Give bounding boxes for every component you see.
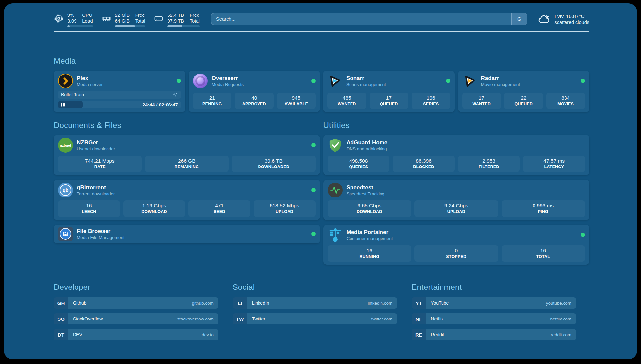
social-section-title: Social bbox=[233, 283, 397, 292]
cpu-load-value: 3.09 bbox=[67, 18, 76, 24]
stat-label: BLOCKED bbox=[394, 164, 453, 169]
sonarr-subtitle: Series management bbox=[346, 82, 386, 87]
stat-tile: 22 QUEUED bbox=[504, 93, 543, 109]
stat-value: 485 bbox=[329, 95, 365, 101]
stat-label: APPROVED bbox=[236, 101, 272, 106]
adguard-card[interactable]: AdGuard Home DNS and adblocking 498,508 … bbox=[323, 135, 590, 175]
disk-free: 52.4 TB bbox=[167, 13, 184, 18]
plex-card[interactable]: Plex Media server Bullet Train bbox=[54, 71, 185, 112]
link-abbr: LI bbox=[233, 297, 247, 309]
portainer-title: Media Portainer bbox=[347, 229, 393, 236]
link-abbr: YT bbox=[412, 297, 426, 309]
speedtest-card[interactable]: Speedtest Speedtest Tracking 9.65 Gbps D… bbox=[323, 180, 590, 220]
link-url: stackoverflow.com bbox=[177, 317, 213, 321]
section-utilities: Utilities bbox=[323, 121, 590, 265]
section-documents: Documents & Files nzbget NZBGet Usenet d… bbox=[54, 121, 320, 243]
stat-value: 498,508 bbox=[329, 158, 388, 164]
stat-label: LEECH bbox=[59, 209, 119, 214]
stat-label: PING bbox=[503, 209, 584, 214]
link-dev[interactable]: DT DEV dev.to bbox=[54, 329, 218, 340]
link-abbr: TW bbox=[233, 313, 247, 324]
radarr-icon bbox=[462, 74, 477, 88]
section-developer: Developer GH Github github.com SO StackO… bbox=[54, 283, 218, 340]
stat-label: DOWNLOADED bbox=[233, 164, 314, 169]
stat-tile: 16 LEECH bbox=[58, 200, 120, 217]
portainer-subtitle: Container management bbox=[347, 236, 393, 241]
stat-label: FILTERED bbox=[459, 164, 519, 169]
filebrowser-status-dot bbox=[311, 232, 316, 236]
pause-icon[interactable] bbox=[61, 103, 65, 106]
stat-label: UPLOAD bbox=[255, 209, 314, 214]
link-reddit[interactable]: RE Reddit reddit.com bbox=[412, 329, 576, 340]
weather-widget: Lviv, 16.87°C scattered clouds bbox=[537, 13, 589, 25]
link-github[interactable]: GH Github github.com bbox=[54, 297, 218, 309]
stat-value: 834 bbox=[548, 95, 584, 101]
stat-value: 196 bbox=[413, 95, 449, 101]
stat-value: 0.993 ms bbox=[503, 202, 584, 209]
qbittorrent-icon-text: qb bbox=[63, 188, 69, 193]
plex-progress-bar[interactable]: 24:44 / 02:06:47 bbox=[58, 101, 181, 108]
link-twitter[interactable]: TW Twitter twitter.com bbox=[233, 313, 397, 324]
stat-tile: 16 RUNNING bbox=[328, 245, 412, 262]
overseerr-card[interactable]: Overseerr Media Requests 21 PENDING 40 A… bbox=[189, 71, 320, 112]
qbittorrent-icon: qb bbox=[58, 183, 73, 197]
stat-tile: 196 SERIES bbox=[412, 93, 450, 109]
link-url: reddit.com bbox=[551, 332, 571, 337]
memory-free: 22 GiB bbox=[115, 13, 130, 18]
link-linkedin[interactable]: LI LinkedIn linkedin.com bbox=[233, 297, 397, 309]
qbittorrent-status-dot bbox=[311, 188, 316, 192]
qbittorrent-title: qBittorrent bbox=[77, 184, 115, 191]
adguard-icon bbox=[328, 138, 343, 153]
stat-value: 16 bbox=[59, 202, 119, 209]
stat-label: LATENCY bbox=[524, 164, 584, 169]
stat-value: 471 bbox=[190, 202, 249, 209]
link-name: Twitter bbox=[252, 316, 265, 321]
overseerr-subtitle: Media Requests bbox=[212, 82, 244, 87]
memory-free-label: Free bbox=[135, 13, 145, 18]
link-netflix[interactable]: NF Netflix netflix.com bbox=[412, 313, 576, 324]
stat-value: 266 GB bbox=[146, 158, 228, 164]
stat-label: PENDING bbox=[194, 101, 230, 106]
filebrowser-title: File Browser bbox=[77, 228, 125, 235]
plex-session-settings-icon[interactable] bbox=[173, 92, 178, 97]
plex-now-playing-title: Bullet Train bbox=[61, 92, 84, 97]
cpu-icon bbox=[54, 13, 64, 24]
stat-label: MOVIES bbox=[548, 101, 584, 106]
stat-value: 744.21 Mbps bbox=[59, 158, 140, 164]
link-abbr: RE bbox=[412, 329, 426, 340]
stat-value: 40 bbox=[236, 95, 272, 101]
radarr-subtitle: Movie management bbox=[481, 82, 520, 87]
entertainment-section-title: Entertainment bbox=[412, 283, 576, 292]
speedtest-title: Speedtest bbox=[347, 184, 385, 191]
link-abbr: DT bbox=[54, 329, 68, 340]
stat-tile: 9.65 Gbps DOWNLOAD bbox=[328, 200, 412, 217]
search-engine-button[interactable]: G bbox=[511, 13, 527, 25]
link-name: DEV bbox=[73, 332, 82, 337]
speedtest-icon bbox=[328, 183, 343, 197]
link-stackoverflow[interactable]: SO StackOverflow stackoverflow.com bbox=[54, 313, 218, 324]
stat-tile: 618.52 Mbps UPLOAD bbox=[254, 200, 316, 217]
stat-label: QUEUED bbox=[371, 101, 407, 106]
radarr-card[interactable]: Radarr Movie management 17 WANTED 22 QUE… bbox=[458, 71, 590, 112]
dashboard-panel: 9% 3.09 CPU Load bbox=[4, 3, 637, 359]
stat-tile: 471 SEED bbox=[188, 200, 250, 217]
link-youtube[interactable]: YT YouTube youtube.com bbox=[412, 297, 576, 309]
stat-label: WANTED bbox=[464, 101, 500, 106]
nzbget-icon: nzbget bbox=[58, 138, 73, 153]
portainer-card[interactable]: Media Portainer Container management 16 … bbox=[323, 225, 590, 265]
stat-value: 2,953 bbox=[459, 158, 519, 164]
radarr-title: Radarr bbox=[481, 75, 520, 82]
nzbget-card[interactable]: nzbget NZBGet Usenet downloader 744.21 M… bbox=[54, 135, 320, 175]
search-input[interactable] bbox=[211, 13, 512, 25]
link-name: StackOverflow bbox=[73, 316, 103, 321]
filebrowser-subtitle: Media File Management bbox=[77, 235, 125, 240]
stat-tile: 9.24 Gbps UPLOAD bbox=[414, 200, 498, 217]
sonarr-card[interactable]: Sonarr Series management 485 WANTED 17 Q… bbox=[323, 71, 455, 112]
qbittorrent-card[interactable]: qb qBittorrent Torrent downloader 16 LEE… bbox=[54, 180, 320, 220]
stat-tile: 945 AVAILABLE bbox=[277, 93, 316, 109]
link-name: YouTube bbox=[431, 300, 449, 306]
disk-free-label: Free bbox=[190, 13, 200, 18]
nzbget-subtitle: Usenet downloader bbox=[77, 146, 115, 152]
link-abbr: NF bbox=[412, 313, 426, 324]
filebrowser-card[interactable]: File Browser Media File Management bbox=[54, 225, 320, 243]
